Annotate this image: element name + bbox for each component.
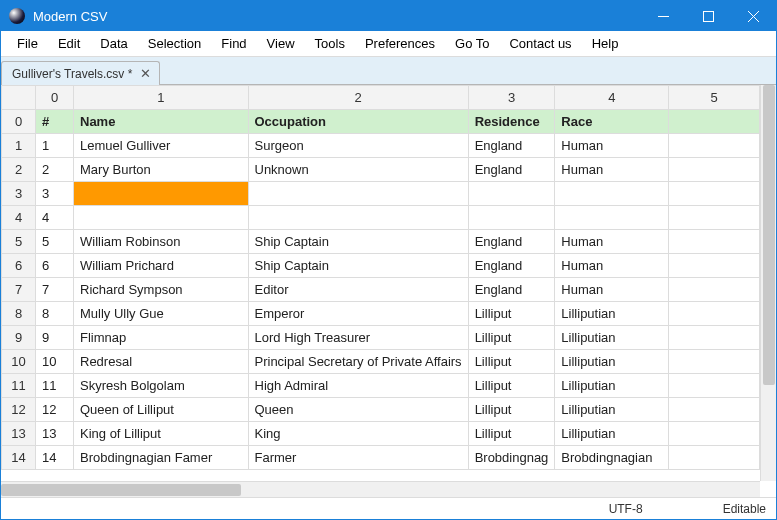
- cell[interactable]: Queen: [248, 398, 468, 422]
- maximize-button[interactable]: [686, 1, 731, 31]
- cell[interactable]: William Robinson: [74, 230, 249, 254]
- status-encoding[interactable]: UTF-8: [609, 502, 643, 516]
- col-header-0[interactable]: 0: [36, 86, 74, 110]
- title-bar[interactable]: Modern CSV: [1, 1, 776, 31]
- cell[interactable]: Unknown: [248, 158, 468, 182]
- cell[interactable]: 7: [36, 278, 74, 302]
- cell[interactable]: Mary Burton: [74, 158, 249, 182]
- cell[interactable]: 4: [36, 206, 74, 230]
- cell[interactable]: Human: [555, 278, 669, 302]
- cell[interactable]: Flimnap: [74, 326, 249, 350]
- cell[interactable]: Human: [555, 230, 669, 254]
- cell[interactable]: Ship Captain: [248, 254, 468, 278]
- row-header[interactable]: 8: [2, 302, 36, 326]
- row-header[interactable]: 10: [2, 350, 36, 374]
- cell[interactable]: 14: [36, 446, 74, 470]
- row-header[interactable]: 7: [2, 278, 36, 302]
- cell[interactable]: Richard Sympson: [74, 278, 249, 302]
- grid-viewport[interactable]: 0 1 2 3 4 5 0#NameOccupationResidenceRac…: [1, 85, 760, 481]
- menu-goto[interactable]: Go To: [445, 33, 499, 54]
- row-header[interactable]: 3: [2, 182, 36, 206]
- horizontal-scrollbar-thumb[interactable]: [1, 484, 241, 496]
- cell[interactable]: Lilliputian: [555, 326, 669, 350]
- cell[interactable]: [669, 230, 760, 254]
- row-header[interactable]: 4: [2, 206, 36, 230]
- cell[interactable]: Farmer: [248, 446, 468, 470]
- cell[interactable]: [669, 158, 760, 182]
- menu-file[interactable]: File: [7, 33, 48, 54]
- col-header-5[interactable]: 5: [669, 86, 760, 110]
- cell[interactable]: [74, 206, 249, 230]
- menu-help[interactable]: Help: [582, 33, 629, 54]
- cell[interactable]: England: [468, 278, 555, 302]
- cell[interactable]: Brobdingnagian Famer: [74, 446, 249, 470]
- horizontal-scrollbar[interactable]: [1, 481, 760, 497]
- cell[interactable]: [669, 446, 760, 470]
- col-header-4[interactable]: 4: [555, 86, 669, 110]
- cell[interactable]: Lilliput: [468, 374, 555, 398]
- cell[interactable]: 12: [36, 398, 74, 422]
- cell[interactable]: Race: [555, 110, 669, 134]
- tab-close-icon[interactable]: ✕: [140, 66, 151, 81]
- cell[interactable]: Name: [74, 110, 249, 134]
- cell[interactable]: Editor: [248, 278, 468, 302]
- cell[interactable]: Lilliput: [468, 326, 555, 350]
- cell[interactable]: 5: [36, 230, 74, 254]
- cell[interactable]: Lilliput: [468, 422, 555, 446]
- cell[interactable]: Lilliputian: [555, 302, 669, 326]
- cell[interactable]: [669, 206, 760, 230]
- cell[interactable]: England: [468, 254, 555, 278]
- status-mode[interactable]: Editable: [723, 502, 766, 516]
- cell[interactable]: 2: [36, 158, 74, 182]
- cell[interactable]: 13: [36, 422, 74, 446]
- cell[interactable]: King: [248, 422, 468, 446]
- cell[interactable]: 3: [36, 182, 74, 206]
- cell[interactable]: [74, 182, 249, 206]
- file-tab[interactable]: Gulliver's Travels.csv * ✕: [1, 61, 160, 85]
- cell[interactable]: 11: [36, 374, 74, 398]
- cell[interactable]: [669, 182, 760, 206]
- cell[interactable]: [669, 278, 760, 302]
- cell[interactable]: Lilliputian: [555, 422, 669, 446]
- menu-tools[interactable]: Tools: [305, 33, 355, 54]
- cell[interactable]: Lemuel Gulliver: [74, 134, 249, 158]
- menu-edit[interactable]: Edit: [48, 33, 90, 54]
- cell[interactable]: [248, 182, 468, 206]
- row-header[interactable]: 14: [2, 446, 36, 470]
- corner-cell[interactable]: [2, 86, 36, 110]
- cell[interactable]: [468, 206, 555, 230]
- cell[interactable]: Lilliput: [468, 350, 555, 374]
- row-header[interactable]: 13: [2, 422, 36, 446]
- row-header[interactable]: 1: [2, 134, 36, 158]
- cell[interactable]: [669, 110, 760, 134]
- cell[interactable]: Redresal: [74, 350, 249, 374]
- cell[interactable]: [555, 206, 669, 230]
- menu-selection[interactable]: Selection: [138, 33, 211, 54]
- cell[interactable]: Lilliputian: [555, 398, 669, 422]
- cell[interactable]: 10: [36, 350, 74, 374]
- cell[interactable]: [669, 350, 760, 374]
- cell[interactable]: Brobdingnag: [468, 446, 555, 470]
- cell[interactable]: Brobdingnagian: [555, 446, 669, 470]
- cell[interactable]: Ship Captain: [248, 230, 468, 254]
- cell[interactable]: William Prichard: [74, 254, 249, 278]
- menu-view[interactable]: View: [257, 33, 305, 54]
- cell[interactable]: 9: [36, 326, 74, 350]
- menu-preferences[interactable]: Preferences: [355, 33, 445, 54]
- cell[interactable]: 1: [36, 134, 74, 158]
- cell[interactable]: #: [36, 110, 74, 134]
- cell[interactable]: [669, 302, 760, 326]
- menu-find[interactable]: Find: [211, 33, 256, 54]
- cell[interactable]: [555, 182, 669, 206]
- vertical-scrollbar[interactable]: [760, 85, 776, 481]
- col-header-1[interactable]: 1: [74, 86, 249, 110]
- cell[interactable]: Human: [555, 254, 669, 278]
- cell[interactable]: 6: [36, 254, 74, 278]
- cell[interactable]: Lord High Treasurer: [248, 326, 468, 350]
- cell[interactable]: [669, 374, 760, 398]
- cell[interactable]: England: [468, 134, 555, 158]
- cell[interactable]: [669, 134, 760, 158]
- vertical-scrollbar-thumb[interactable]: [763, 85, 775, 385]
- cell[interactable]: King of Lilliput: [74, 422, 249, 446]
- cell[interactable]: 8: [36, 302, 74, 326]
